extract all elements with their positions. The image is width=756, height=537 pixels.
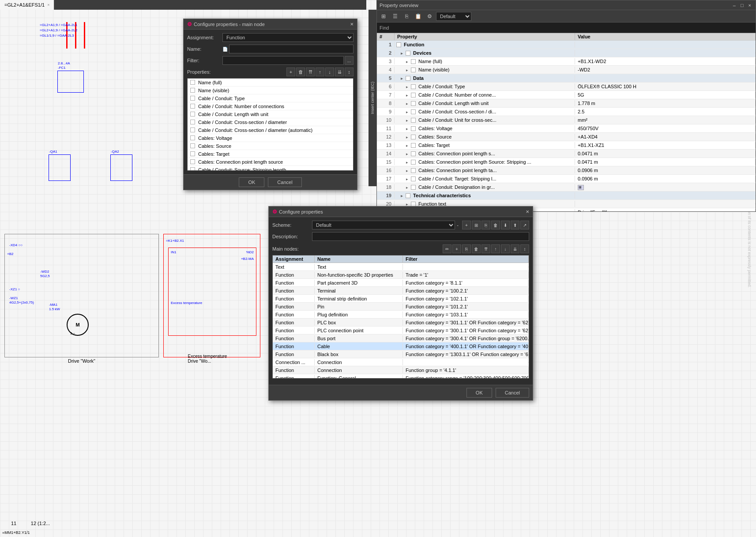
- toolbar-btn-copy[interactable]: ⎘: [402, 11, 411, 21]
- prop-cell-value: ÖLFLEX® CLASSIC 100 H: [575, 83, 756, 90]
- tab-active[interactable]: =GL2+A1&EFS1/1 ×: [0, 0, 54, 10]
- props-delete-btn[interactable]: 🗑: [296, 68, 305, 76]
- nodes-table-row[interactable]: Connection ... Connection: [273, 358, 529, 366]
- prop-row[interactable]: 2 ▸ Devices: [377, 49, 756, 57]
- toolbar-btn-1[interactable]: ⊞: [379, 11, 388, 21]
- prop-row[interactable]: 19 ▸ Technical characteristics: [377, 192, 756, 200]
- dialog-main-cancel[interactable]: Cancel: [268, 177, 301, 187]
- mn-up-btn[interactable]: ↑: [491, 244, 500, 253]
- prop-row[interactable]: 1 Function: [377, 41, 756, 49]
- props-list-item[interactable]: Cable / Conduit: Cross-section / diamete…: [188, 118, 353, 126]
- prop-row[interactable]: 13 ▸ Cables: Target +B1.X1-XZ1: [377, 141, 756, 150]
- mn-edit-btn[interactable]: ✏: [443, 244, 451, 253]
- prop-row[interactable]: 7 ▸ Cable / Conduit: Number of conne... …: [377, 91, 756, 99]
- nodes-table-row[interactable]: Function PLC box Function category = '30…: [273, 319, 529, 327]
- prop-row[interactable]: 17 ▸ Cable / Conduit: Target: Stripping …: [377, 175, 756, 183]
- scheme-share-btn[interactable]: ↗: [520, 221, 529, 229]
- scheme-export-btn[interactable]: ⬆: [511, 221, 519, 229]
- mn-up-top-btn[interactable]: ⇈: [481, 244, 490, 253]
- props-list-item[interactable]: Cables: Connection point length source: [188, 158, 353, 166]
- mn-down-btn[interactable]: ↓: [501, 244, 510, 253]
- mn-sort-btn[interactable]: ↕: [520, 244, 529, 253]
- dialog-second-ok[interactable]: OK: [466, 388, 492, 398]
- props-up-btn[interactable]: ↑: [316, 68, 324, 76]
- mn-delete-btn[interactable]: 🗑: [472, 244, 481, 253]
- scheme-new-btn[interactable]: +: [462, 221, 471, 229]
- prop-row[interactable]: 3 ▸ Name (full) +B1.X1-WD2: [377, 57, 756, 66]
- nodes-table-row[interactable]: Function Non-function-specific 3D proper…: [273, 271, 529, 279]
- panel-minimize-btn[interactable]: –: [731, 2, 737, 8]
- mn-down-bottom-btn[interactable]: ⇊: [511, 244, 519, 253]
- filter-input[interactable]: Function category = '400.1.1' OR Functio…: [222, 56, 344, 65]
- props-list-item[interactable]: Cable / Conduit: Cross-section / diamete…: [188, 126, 353, 134]
- scheme-grid-btn[interactable]: ⊞: [472, 221, 481, 229]
- toolbar-btn-2[interactable]: ☰: [390, 11, 400, 21]
- nodes-table-row[interactable]: Function Terminal strip definition Funct…: [273, 295, 529, 303]
- scheme-select[interactable]: Default: [312, 221, 455, 229]
- props-list-item[interactable]: Name (full): [188, 79, 353, 86]
- prop-cell-num: 8: [377, 100, 395, 106]
- fc1-component: -FC1 2.8...4A: [57, 71, 84, 93]
- nodes-table-row[interactable]: Function Connection Function group = '4.…: [273, 366, 529, 374]
- nodes-table-row[interactable]: Function Black box Function category = '…: [273, 350, 529, 358]
- nodes-table-row[interactable]: Function Bus port Function category = '3…: [273, 334, 529, 342]
- mn-add-btn[interactable]: +: [452, 244, 461, 253]
- scheme-copy-btn[interactable]: ⎘: [481, 221, 490, 229]
- props-down-btn[interactable]: ↓: [325, 68, 334, 76]
- prop-row[interactable]: 18 ▸ Cable / Conduit: Designation in gr.…: [377, 183, 756, 192]
- prop-row[interactable]: 14 ▸ Cables: Connection point length s..…: [377, 150, 756, 158]
- description-input[interactable]: Overview of selected properties: [312, 232, 529, 241]
- mn-copy-btn[interactable]: ⎘: [462, 244, 471, 253]
- dialog-main-ok[interactable]: OK: [239, 177, 264, 187]
- props-add-btn[interactable]: +: [286, 68, 295, 76]
- props-list-item[interactable]: Name (visible): [188, 86, 353, 94]
- search-input[interactable]: [391, 25, 753, 30]
- name-input[interactable]: Cable: [229, 45, 354, 53]
- prop-row[interactable]: 5 ▸ Data: [377, 74, 756, 83]
- nodes-table-row[interactable]: Text Text: [273, 263, 529, 271]
- dialog-main-close[interactable]: ×: [350, 21, 354, 27]
- nodes-table-row[interactable]: Function Function: General Function cate…: [273, 374, 529, 379]
- prop-row[interactable]: 6 ▸ Cable / Conduit: Type ÖLFLEX® CLASSI…: [377, 83, 756, 91]
- props-sort-btn[interactable]: ↕: [345, 68, 354, 76]
- nodes-table-row[interactable]: Function Cable Function category = '400.…: [273, 342, 529, 350]
- props-list-item[interactable]: Cable / Conduit: Source: Stripping lengt…: [188, 166, 353, 171]
- scheme-delete-btn[interactable]: 🗑: [491, 221, 500, 229]
- props-down-bottom-btn[interactable]: ⇊: [335, 68, 344, 76]
- nodes-table-row[interactable]: Function Plug definition Function catego…: [273, 311, 529, 319]
- nodes-table-row[interactable]: Function Pin Function category = '101.2.…: [273, 303, 529, 311]
- scheme-import-btn[interactable]: ⬇: [501, 221, 510, 229]
- props-list-item[interactable]: Cables: Source: [188, 142, 353, 150]
- toolbar-btn-paste[interactable]: 📋: [413, 11, 423, 21]
- prop-row[interactable]: 8 ▸ Cable / Conduit: Length with unit 1.…: [377, 99, 756, 108]
- dialog-second-close[interactable]: ×: [526, 208, 529, 215]
- prop-row[interactable]: 16 ▸ Cables: Connection point length ta.…: [377, 166, 756, 175]
- assignment-select[interactable]: Function: [222, 33, 354, 42]
- nodes-cell-name: Black box: [315, 351, 403, 357]
- props-list-item[interactable]: Cables: Voltage: [188, 134, 353, 142]
- qa2-label: -QA2: [111, 150, 119, 154]
- scheme-selector[interactable]: Default: [436, 12, 471, 21]
- panel-close-btn[interactable]: ×: [747, 2, 753, 8]
- prop-row[interactable]: 11 ▸ Cables: Voltage 450/750V: [377, 124, 756, 133]
- prop-row[interactable]: 12 ▸ Cables: Source +A1-XD4: [377, 133, 756, 141]
- prop-row[interactable]: 9 ▸ Cable / Conduit: Cross-section / di.…: [377, 108, 756, 116]
- nodes-cell-assignment: Function: [273, 327, 315, 334]
- props-list-item[interactable]: Cable / Conduit: Length with unit: [188, 110, 353, 118]
- panel-restore-btn[interactable]: □: [739, 2, 745, 8]
- prop-cell-value: 450/750V: [575, 125, 756, 131]
- prop-row[interactable]: 15 ▸ Cables: Connection point length Sou…: [377, 158, 756, 166]
- props-up-top-btn[interactable]: ⇈: [306, 68, 315, 76]
- prop-row[interactable]: 10 ▸ Cable / Conduit: Unit for cross-sec…: [377, 116, 756, 124]
- nodes-table-row[interactable]: Function Part placement 3D Function cate…: [273, 279, 529, 287]
- props-list-item[interactable]: Cable / Conduit: Type: [188, 94, 353, 102]
- props-list-item[interactable]: Cable / Conduit: Number of connections: [188, 102, 353, 110]
- nodes-table-row[interactable]: Function Terminal Function category = '1…: [273, 287, 529, 295]
- filter-edit-btn[interactable]: ...: [345, 56, 354, 65]
- dialog-second-cancel[interactable]: Cancel: [496, 388, 529, 398]
- prop-row[interactable]: 4 ▸ Name (visible) -WD2: [377, 66, 756, 74]
- props-list-item[interactable]: Cables: Target: [188, 150, 353, 158]
- tab-close[interactable]: ×: [47, 3, 49, 7]
- nodes-table-row[interactable]: Function PLC connection point Function c…: [273, 327, 529, 334]
- toolbar-btn-settings[interactable]: ⚙: [425, 11, 434, 21]
